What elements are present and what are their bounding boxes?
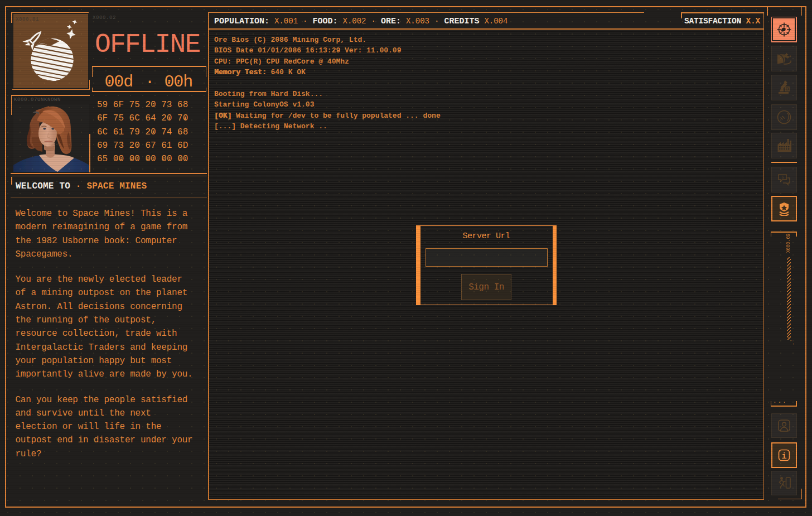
svg-text:S: S	[781, 175, 784, 180]
svg-text:i: i	[781, 451, 786, 461]
